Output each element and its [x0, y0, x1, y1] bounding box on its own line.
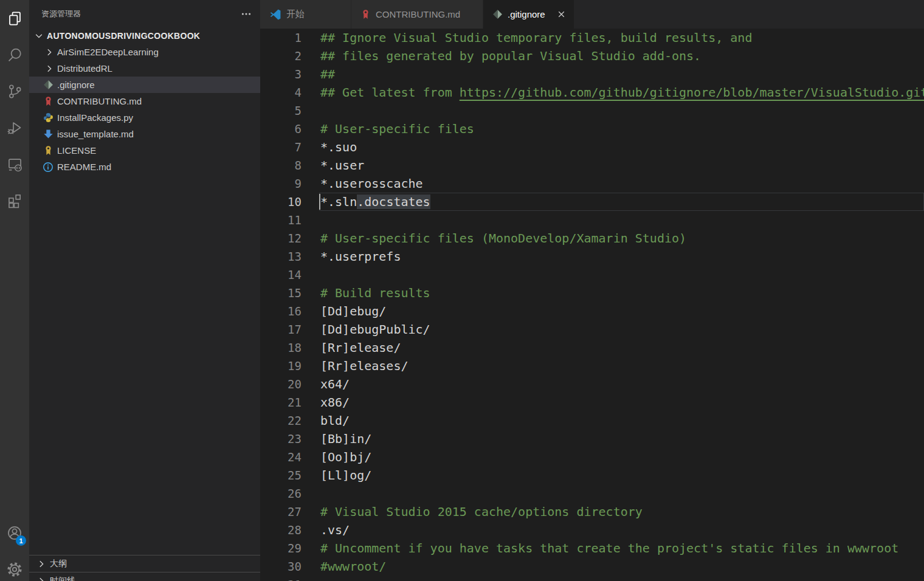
- tab-CONTRIBUTING.md[interactable]: CONTRIBUTING.md: [351, 0, 483, 29]
- tree-root[interactable]: AUTONOMOUSDRIVINGCOOKBOOK: [29, 27, 260, 44]
- code-text: [Rr]elease/: [320, 340, 401, 355]
- code-line-22[interactable]: 22 bld/: [260, 411, 924, 430]
- line-number[interactable]: 4: [260, 83, 320, 101]
- tab-开始[interactable]: 开始: [260, 0, 351, 29]
- activitybar-extensions[interactable]: [0, 182, 29, 219]
- code-line-8[interactable]: 8 *.user: [260, 156, 924, 174]
- code-text: x64/: [320, 377, 350, 391]
- line-number[interactable]: 21: [260, 393, 320, 411]
- code-line-5[interactable]: 5: [260, 101, 924, 120]
- activitybar-source-control[interactable]: [0, 73, 29, 109]
- code-line-10[interactable]: 10 *.sln.docstates: [260, 193, 924, 211]
- line-number[interactable]: 30: [260, 557, 320, 576]
- line-number[interactable]: 25: [260, 466, 320, 484]
- code-line-21[interactable]: 21 x86/: [260, 393, 924, 411]
- line-number[interactable]: 3: [260, 65, 320, 83]
- code-line-30[interactable]: 30 #wwwroot/: [260, 557, 924, 576]
- sidebar-section-timeline[interactable]: 时间线: [29, 572, 260, 581]
- debug-icon: [7, 120, 23, 136]
- code-line-29[interactable]: 29 # Uncomment if you have tasks that cr…: [260, 539, 924, 557]
- tree-item-.gitignore[interactable]: .gitignore: [29, 77, 260, 93]
- line-number[interactable]: 12: [260, 229, 320, 247]
- code-line-20[interactable]: 20 x64/: [260, 375, 924, 393]
- activitybar-settings[interactable]: [0, 551, 29, 581]
- line-number[interactable]: 29: [260, 539, 320, 557]
- code-line-6[interactable]: 6 # User-specific files: [260, 120, 924, 138]
- line-number[interactable]: 20: [260, 375, 320, 393]
- code-line-17[interactable]: 17 [Dd]ebugPublic/: [260, 320, 924, 339]
- line-number[interactable]: 17: [260, 320, 320, 339]
- line-number[interactable]: 6: [260, 120, 320, 138]
- more-actions-button[interactable]: [241, 9, 252, 19]
- line-number[interactable]: 22: [260, 411, 320, 430]
- code-line-13[interactable]: 13 *.userprefs: [260, 247, 924, 266]
- tree-item-CONTRIBUTING.md[interactable]: CONTRIBUTING.md: [29, 93, 260, 109]
- activity-bar-bottom: 1: [0, 515, 29, 581]
- tree-item-InstallPackages.py[interactable]: InstallPackages.py: [29, 109, 260, 126]
- activitybar-explorer[interactable]: [0, 0, 29, 36]
- code-line-25[interactable]: 25 [Ll]og/: [260, 466, 924, 484]
- code-line-12[interactable]: 12 # User-specific files (MonoDevelop/Xa…: [260, 229, 924, 247]
- line-number[interactable]: 13: [260, 247, 320, 266]
- code-line-3[interactable]: 3 ##: [260, 65, 924, 83]
- code-line-27[interactable]: 27 # Visual Studio 2015 cache/options di…: [260, 503, 924, 521]
- sidebar-section-outline[interactable]: 大纲: [29, 555, 260, 572]
- activitybar-run-debug[interactable]: [0, 109, 29, 146]
- line-number[interactable]: 10: [260, 193, 320, 211]
- code-line-28[interactable]: 28 .vs/: [260, 521, 924, 539]
- code-line-31[interactable]: 31: [260, 576, 924, 581]
- code-text: #wwwroot/: [320, 559, 386, 574]
- code-line-1[interactable]: 1 ## Ignore Visual Studio temporary file…: [260, 29, 924, 47]
- activitybar-account[interactable]: 1: [0, 515, 29, 551]
- line-number[interactable]: 31: [260, 576, 320, 581]
- tree-item-README.md[interactable]: README.md: [29, 159, 260, 175]
- code-line-14[interactable]: 14: [260, 266, 924, 284]
- tree-item-DistributedRL[interactable]: DistributedRL: [29, 60, 260, 77]
- line-number[interactable]: 27: [260, 503, 320, 521]
- code-line-16[interactable]: 16 [Dd]ebug/: [260, 302, 924, 320]
- tab-.gitignore[interactable]: .gitignore: [483, 0, 574, 29]
- tab-label: 开始: [286, 9, 305, 20]
- info-blue-icon: [43, 162, 53, 173]
- line-number[interactable]: 23: [260, 430, 320, 448]
- line-number[interactable]: 16: [260, 302, 320, 320]
- tree-item-AirSimE2EDeepLearning[interactable]: AirSimE2EDeepLearning: [29, 44, 260, 60]
- line-number[interactable]: 11: [260, 211, 320, 229]
- line-number[interactable]: 14: [260, 266, 320, 284]
- activitybar-search[interactable]: [0, 36, 29, 73]
- line-number[interactable]: 7: [260, 138, 320, 156]
- line-number[interactable]: 15: [260, 284, 320, 302]
- code-line-18[interactable]: 18 [Rr]elease/: [260, 339, 924, 357]
- line-number[interactable]: 5: [260, 101, 320, 120]
- line-number[interactable]: 24: [260, 448, 320, 466]
- close-icon[interactable]: [551, 9, 567, 19]
- activitybar-remote-explorer[interactable]: [0, 146, 29, 182]
- line-number[interactable]: 26: [260, 484, 320, 503]
- code-line-7[interactable]: 7 *.suo: [260, 138, 924, 156]
- code-line-9[interactable]: 9 *.userosscache: [260, 174, 924, 193]
- code-text: https://github.com/github/gitignore/blob…: [460, 85, 924, 100]
- code-line-11[interactable]: 11: [260, 211, 924, 229]
- editor[interactable]: 1 ## Ignore Visual Studio temporary file…: [260, 29, 924, 581]
- code-line-2[interactable]: 2 ## files generated by popular Visual S…: [260, 47, 924, 65]
- line-number[interactable]: 1: [260, 29, 320, 47]
- code-text: [Bb]in/: [320, 431, 371, 446]
- tab-label: .gitignore: [508, 9, 545, 19]
- code-line-24[interactable]: 24 [Oo]bj/: [260, 448, 924, 466]
- line-number[interactable]: 8: [260, 156, 320, 174]
- line-number[interactable]: 28: [260, 521, 320, 539]
- line-number[interactable]: 18: [260, 339, 320, 357]
- chevron-right-icon: [36, 559, 46, 569]
- tree-item-LICENSE[interactable]: LICENSE: [29, 142, 260, 159]
- line-number[interactable]: 2: [260, 47, 320, 65]
- code-line-4[interactable]: 4 ## Get latest from https://github.com/…: [260, 83, 924, 101]
- code-line-19[interactable]: 19 [Rr]eleases/: [260, 357, 924, 375]
- line-number[interactable]: 9: [260, 174, 320, 193]
- code-line-26[interactable]: 26: [260, 484, 924, 503]
- code-line-23[interactable]: 23 [Bb]in/: [260, 430, 924, 448]
- line-number[interactable]: 19: [260, 357, 320, 375]
- tree-root-label: AUTONOMOUSDRIVINGCOOKBOOK: [47, 31, 200, 41]
- code-text: # User-specific files (MonoDevelop/Xamar…: [320, 231, 686, 246]
- tree-item-issue_template.md[interactable]: issue_template.md: [29, 126, 260, 142]
- code-line-15[interactable]: 15 # Build results: [260, 284, 924, 302]
